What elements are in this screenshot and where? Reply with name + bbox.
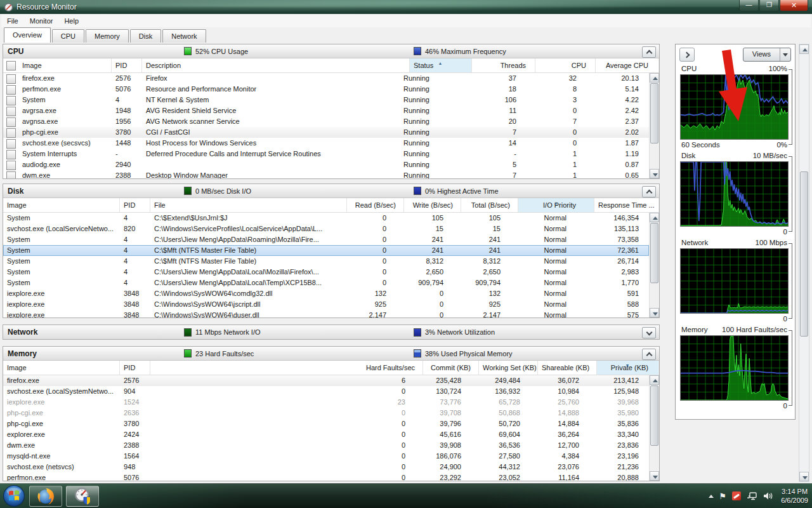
tab-disk[interactable]: Disk (130, 29, 161, 43)
scroll-down-button[interactable] (650, 169, 659, 178)
col-header-working-set[interactable]: Working Set (KB) (479, 361, 538, 375)
row-checkbox[interactable] (6, 85, 16, 95)
col-header-response-time[interactable]: Response Time ... (594, 198, 659, 212)
menu-monitor[interactable]: Monitor (24, 16, 59, 26)
row-checkbox[interactable] (6, 161, 16, 170)
table-row[interactable]: System4C:\Users\Jiew Meng\AppData\Local\… (3, 277, 649, 288)
menu-file[interactable]: File (1, 16, 24, 26)
scroll-thumb[interactable] (800, 171, 808, 337)
row-checkbox[interactable] (6, 107, 16, 116)
table-row[interactable]: System4C:\Users\Jiew Meng\AppData\Local\… (3, 267, 649, 277)
col-header-pid[interactable]: PID (112, 58, 142, 72)
network-tray-icon[interactable] (747, 491, 757, 501)
table-row[interactable]: php-cgi.exe3780CGI / FastCGIRunning702.0… (3, 127, 649, 138)
row-checkbox[interactable] (6, 128, 16, 138)
col-header-image[interactable]: Image (18, 58, 112, 72)
table-row[interactable]: dwm.exe2388Desktop Window ManagerRunning… (3, 170, 649, 178)
action-center-icon[interactable]: ⚑ (719, 491, 727, 501)
scroll-thumb[interactable] (650, 223, 658, 283)
table-row[interactable]: php-cgi.exe2636039,70850,86814,88835,980 (3, 408, 649, 418)
col-header-description[interactable]: Description (142, 58, 410, 72)
taskbar-firefox-button[interactable] (29, 486, 62, 507)
table-row[interactable]: php-cgi.exe3780039,79650,72014,88435,836 (3, 418, 649, 429)
memory-collapse-button[interactable] (642, 349, 656, 360)
col-header-shareable[interactable]: Shareable (KB) (538, 361, 597, 375)
table-row[interactable]: svchost.exe (secsvcs)1448Host Process fo… (3, 138, 649, 149)
col-header-commit[interactable]: Commit (KB) (423, 361, 479, 375)
table-row[interactable]: System4NT Kernel & SystemRunning10634.22 (3, 95, 649, 105)
col-header-read[interactable]: Read (B/sec) (347, 198, 404, 212)
tab-network[interactable]: Network (162, 29, 206, 43)
table-row[interactable]: System4C:\$Mft (NTFS Master File Table)0… (3, 245, 649, 256)
table-row[interactable]: iexplore.exe3848C:\Windows\SysWOW64\comd… (3, 288, 649, 299)
col-header-image[interactable]: Image (3, 361, 120, 375)
col-header-cpu[interactable]: CPU (535, 58, 596, 72)
memory-table-scrollbar[interactable] (649, 375, 659, 481)
col-header-average-cpu[interactable]: Average CPU (596, 58, 659, 72)
table-row[interactable]: mysqld-nt.exe15640186,07627,5804,38423,1… (3, 451, 649, 462)
col-header-status[interactable]: ▲Status (410, 58, 472, 72)
scroll-down-button[interactable] (799, 472, 809, 481)
scroll-up-button[interactable] (650, 375, 659, 385)
col-header-private[interactable]: ▼Private (KB) (597, 361, 659, 375)
row-checkbox[interactable] (6, 139, 16, 149)
row-checkbox[interactable] (6, 117, 16, 127)
cpu-section-header[interactable]: CPU 52% CPU Usage 46% Maximum Frequency (3, 44, 659, 58)
table-row[interactable]: System4C:\$Mft (NTFS Master File Table)0… (3, 256, 649, 267)
menu-help[interactable]: Help (58, 16, 84, 26)
cpu-collapse-button[interactable] (642, 46, 656, 58)
title-bar[interactable]: Resource Monitor — ❐ ✕ (0, 0, 812, 14)
restore-button[interactable]: ❐ (759, 0, 779, 11)
table-row[interactable]: avgnsa.exe1956AVG Network scanner Servic… (3, 116, 649, 127)
tab-overview[interactable]: Overview (4, 27, 51, 43)
start-button[interactable] (3, 485, 25, 507)
network-section-header[interactable]: Network 11 Mbps Network I/O 3% Network U… (3, 325, 659, 339)
row-checkbox[interactable] (6, 150, 16, 159)
window-scrollbar[interactable] (799, 44, 809, 482)
col-header-threads[interactable]: Threads (472, 58, 535, 72)
views-button[interactable]: Views (743, 48, 791, 62)
show-hidden-icons-button[interactable] (709, 495, 714, 498)
table-row[interactable]: perfmon.exe5076023,29223,05211,16420,888 (3, 472, 649, 481)
col-header-total[interactable]: Total (B/sec) (461, 198, 518, 212)
taskbar-clock[interactable]: 3:14 PM 6/6/2009 (781, 487, 808, 505)
views-dropdown-button[interactable] (780, 48, 790, 61)
table-row[interactable]: System Interrupts-Deferred Procedure Cal… (3, 149, 649, 159)
table-row[interactable]: dwm.exe2388039,90836,53612,70023,836 (3, 440, 649, 451)
scroll-up-button[interactable] (650, 213, 659, 222)
table-row[interactable]: System4C:\Users\Jiew Meng\AppData\Roamin… (3, 234, 649, 245)
disk-table-scrollbar[interactable] (649, 213, 659, 318)
scroll-down-button[interactable] (650, 308, 659, 318)
table-row[interactable]: firefox.exe25766235,428249,48436,072213,… (3, 375, 649, 386)
col-header-file[interactable]: File (150, 198, 347, 212)
avg-tray-icon[interactable] (732, 491, 741, 500)
table-row[interactable]: firefox.exe2576FirefoxRunning373220.13 (3, 73, 649, 84)
table-row[interactable]: perfmon.exe5076Resource and Performance … (3, 84, 649, 95)
minimize-button[interactable]: — (739, 0, 759, 11)
col-header-hard-faults[interactable]: Hard Faults/sec (355, 361, 423, 375)
col-header-pid[interactable]: PID (120, 361, 150, 375)
col-header-image[interactable]: Image (3, 198, 120, 212)
table-row[interactable]: explorer.exe2424045,61669,60436,26433,34… (3, 429, 649, 440)
select-all-checkbox[interactable] (6, 61, 16, 70)
col-header-write[interactable]: Write (B/sec) (404, 198, 461, 212)
table-row[interactable]: System4C:\$Extend\$UsnJrnl:$J0105105Norm… (3, 213, 649, 224)
cpu-table-scrollbar[interactable] (649, 73, 659, 178)
network-expand-button[interactable] (642, 327, 656, 338)
scroll-down-button[interactable] (650, 471, 659, 481)
disk-section-header[interactable]: Disk 0 MB/sec Disk I/O 0% Highest Active… (3, 184, 659, 198)
row-checkbox[interactable] (6, 96, 16, 105)
table-row[interactable]: svchost.exe (netsvcs)948024,90044,31223,… (3, 462, 649, 472)
disk-collapse-button[interactable] (642, 186, 656, 197)
table-row[interactable]: iexplore.exe3848C:\Windows\SysWOW64\jscr… (3, 299, 649, 310)
col-header-io-priority[interactable]: ▲I/O Priority (518, 198, 594, 212)
close-button[interactable]: ✕ (780, 0, 808, 11)
col-header-pid[interactable]: PID (120, 198, 150, 212)
table-row[interactable]: avgrsa.exe1948AVG Resident Shield Servic… (3, 105, 649, 116)
table-row[interactable]: svchost.exe (LocalServiceNetwo...820C:\W… (3, 224, 649, 234)
tab-cpu[interactable]: CPU (52, 29, 84, 43)
volume-tray-icon[interactable] (763, 491, 773, 500)
taskbar-resource-monitor-button[interactable] (66, 486, 99, 507)
table-row[interactable]: iexplore.exe3848C:\Windows\SysWOW64\duse… (3, 310, 649, 318)
tab-memory[interactable]: Memory (86, 29, 129, 43)
